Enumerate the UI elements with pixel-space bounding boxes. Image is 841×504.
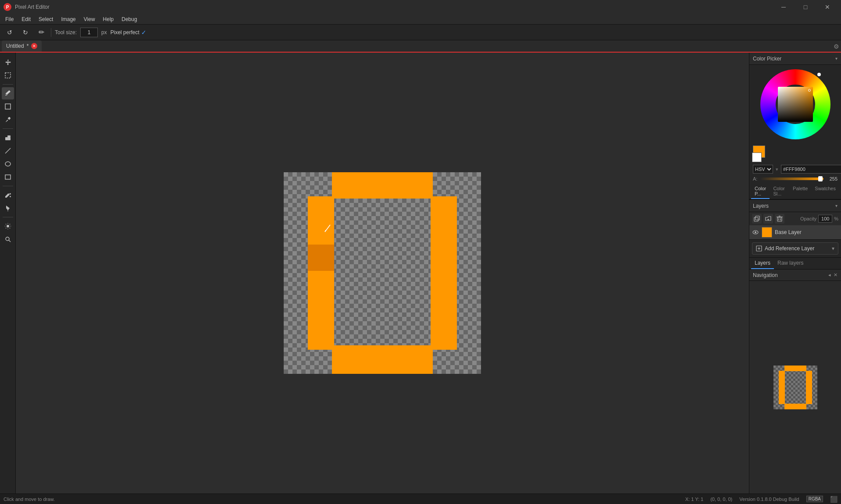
paint-tool[interactable] [2,202,14,214]
nav-art [773,366,817,409]
check-icon: ✓ [141,29,146,36]
tab-swatches[interactable]: Swatches [811,184,839,199]
move-tool[interactable] [2,56,14,68]
minimize-button[interactable]: ─ [773,0,794,14]
tab-raw-layers[interactable]: Raw layers [774,258,807,269]
maximize-button[interactable]: □ [795,0,816,14]
redo-button[interactable]: ↻ [19,26,32,39]
color-swatches-stack[interactable] [753,146,770,161]
svg-rect-6 [5,175,11,179]
pixel-perfect-label: Pixel perfect [110,29,139,35]
select-tool[interactable] [2,69,14,82]
tab-layers[interactable]: Layers [751,258,774,269]
color-picker-arrow[interactable]: ▾ [835,56,837,61]
color-picker-section: Color Picker ▾ [749,53,841,200]
pen-tool[interactable] [2,87,14,99]
svg-line-13 [10,228,10,228]
settings-icon[interactable]: ⚙ [834,43,839,50]
app-logo: P [4,3,11,11]
close-button[interactable]: ✕ [817,0,837,14]
layer-visibility-toggle[interactable] [752,229,759,236]
alpha-slider-thumb [818,176,823,181]
pen-icon-button[interactable]: ✏ [35,26,47,39]
pixel-perfect-check[interactable]: Pixel perfect ✓ [110,29,146,36]
navigation-preview[interactable] [749,281,841,493]
add-reference-button[interactable]: Add Reference Layer ▾ [752,242,838,255]
color-wheel-container[interactable] [749,65,841,144]
layers-arrow[interactable]: ▾ [835,203,837,208]
tab-palette[interactable]: Palette [789,184,811,199]
menu-item-file[interactable]: File [2,15,17,23]
navigation-header: Navigation ◂ ✕ [749,270,841,281]
svg-point-34 [755,231,756,233]
color-mode-select[interactable]: HSV RGB HSL [753,165,773,174]
fill-tool[interactable] [2,189,14,201]
menu-item-debug[interactable]: Debug [118,15,140,23]
alpha-slider[interactable] [760,177,823,180]
svg-rect-3 [7,135,11,137]
layer-tabs: Layers Raw layers [749,258,841,270]
add-reference-section: Add Reference Layer ▾ [749,240,841,258]
color-picker-tabs: Color P... Color Sl... Palette Swatches [749,184,841,199]
svg-rect-20 [431,196,457,350]
svg-rect-18 [332,172,433,199]
menu-item-help[interactable]: Help [100,15,118,23]
right-panel: Color Picker ▾ [749,53,841,493]
line-tool[interactable] [2,145,14,157]
tool-size-input[interactable] [80,28,98,37]
menu-item-image[interactable]: Image [57,15,79,23]
toolbar-separator [51,28,51,37]
color-square[interactable] [778,87,813,122]
color-picker-header: Color Picker ▾ [749,53,841,65]
add-ref-content: Add Reference Layer [756,245,814,252]
color-wheel[interactable] [760,69,830,139]
new-layer-button[interactable] [752,214,762,224]
wheel-indicator [817,73,821,76]
menu-item-select[interactable]: Select [35,15,57,23]
document-tab[interactable]: Untitled * ✕ [2,40,42,52]
sq-indicator [808,89,811,92]
menu-item-edit[interactable]: Edit [18,15,34,23]
opacity-input[interactable] [818,215,832,223]
nav-canvas [773,366,817,409]
tab-color-sliders[interactable]: Color Sl... [770,184,789,199]
left-toolbar [0,53,16,493]
main-area: Color Picker ▾ [0,53,841,493]
tabbar-right: ⚙ [834,43,839,52]
canvas-drawing [284,172,481,374]
statusbar: Click and move to draw. X: 1 Y: 1 (0, 0,… [0,493,841,504]
menu-item-view[interactable]: View [80,15,99,23]
new-folder-button[interactable] [763,214,773,224]
toolbar: ↺ ↻ ✏ Tool size: px Pixel perfect ✓ [0,25,841,40]
svg-line-4 [5,148,11,153]
ellipse-tool[interactable] [2,158,14,170]
layers-toolbar: Opacity % [749,212,841,225]
titlebar-title: Pixel Art Editor [15,4,50,10]
tab-color-picker[interactable]: Color P... [751,184,770,199]
navigation-expand-icon[interactable]: ◂ [828,272,831,278]
svg-rect-2 [5,137,11,140]
tool-separator-3 [3,186,13,186]
background-swatch[interactable] [752,153,762,162]
undo-button[interactable]: ↺ [4,26,16,39]
rgba-button[interactable]: RGBA [806,496,823,502]
marquee-tool[interactable] [2,100,14,113]
delete-layer-button[interactable] [775,214,784,224]
layer-item-base[interactable]: Base Layer [749,225,841,239]
hex-input[interactable] [781,165,841,174]
opacity-label: Opacity [800,216,816,221]
zoom-tool[interactable] [2,233,14,245]
svg-rect-0 [5,73,11,78]
eraser-tool[interactable] [2,131,14,144]
color-wheel-inner[interactable] [776,85,815,124]
blur-tool[interactable] [2,220,14,232]
tab-close-button[interactable]: ✕ [31,43,37,49]
svg-rect-38 [784,366,806,371]
navigation-close-icon[interactable]: ✕ [834,272,837,278]
alpha-label: A: [753,176,758,181]
status-color-coords: (0, 0, 0, 0) [710,497,732,502]
svg-rect-21 [332,345,433,374]
rect-tool[interactable] [2,171,14,183]
eyedropper-tool[interactable] [2,114,14,126]
canvas-area[interactable] [16,53,749,493]
